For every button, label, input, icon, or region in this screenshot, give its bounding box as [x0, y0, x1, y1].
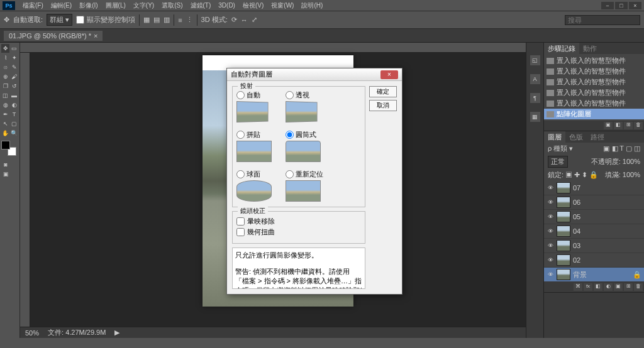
- proj-auto[interactable]: 自動: [236, 90, 277, 122]
- char-icon[interactable]: A: [530, 74, 540, 84]
- layer-row[interactable]: 👁05: [544, 210, 644, 224]
- history-row-selected[interactable]: 點陣化圖層: [544, 109, 644, 119]
- brush-tool[interactable]: 🖌: [10, 72, 18, 81]
- gradient-tool[interactable]: ▬: [10, 91, 18, 100]
- group-icon[interactable]: ▣: [614, 283, 623, 291]
- screenmode-tool[interactable]: ▣: [1, 170, 10, 178]
- new-layer-icon[interactable]: ⊞: [624, 283, 633, 291]
- history-row[interactable]: 置入嵌入的智慧型物件: [544, 66, 644, 77]
- shape-tool[interactable]: ▢: [10, 119, 18, 128]
- search-field[interactable]: [565, 15, 640, 25]
- dodge-tool[interactable]: ◐: [10, 101, 18, 109]
- mode3d-icon[interactable]: ⤢: [252, 16, 257, 24]
- menu-file[interactable]: 檔案(F): [19, 1, 47, 10]
- proj-collage[interactable]: 拼貼: [236, 130, 277, 162]
- mode3d-icon[interactable]: ↔: [241, 16, 248, 24]
- visibility-icon[interactable]: 👁: [547, 185, 554, 191]
- menu-image[interactable]: 影像(I): [75, 1, 101, 10]
- history-brush-tool[interactable]: ↺: [10, 82, 18, 90]
- menu-layer[interactable]: 圖層(L): [102, 1, 130, 10]
- panel-btn[interactable]: ◧: [614, 122, 623, 129]
- status-arrow-icon[interactable]: ▶: [114, 329, 119, 337]
- distribute-icon[interactable]: ≡: [178, 16, 182, 24]
- align-icon[interactable]: ▥: [164, 16, 170, 24]
- eraser-tool[interactable]: ◫: [1, 91, 9, 100]
- fill-value[interactable]: 100%: [623, 171, 640, 178]
- tab-history[interactable]: 步驟記錄: [544, 43, 579, 54]
- visibility-icon[interactable]: 👁: [547, 199, 554, 205]
- history-row[interactable]: 置入嵌入的智慧型物件: [544, 55, 644, 66]
- layer-row[interactable]: 👁06: [544, 195, 644, 210]
- layer-row[interactable]: 👁04: [544, 224, 644, 239]
- close-button[interactable]: ×: [629, 2, 641, 9]
- show-transform-check[interactable]: 顯示變形控制項: [76, 15, 135, 24]
- ruler-horizontal[interactable]: [20, 43, 526, 53]
- close-icon[interactable]: ×: [380, 70, 398, 79]
- fx-icon[interactable]: fx: [584, 283, 592, 291]
- visibility-icon[interactable]: 👁: [547, 214, 554, 220]
- trash-icon[interactable]: 🗑: [634, 283, 643, 291]
- link-icon[interactable]: ⌘: [574, 283, 582, 291]
- blend-mode[interactable]: 正常: [548, 156, 568, 168]
- proj-reposition[interactable]: 重新定位: [286, 170, 326, 202]
- filter-icons[interactable]: ▣ ◧ T ▢ ◫: [603, 144, 640, 153]
- color-swatches[interactable]: [1, 141, 16, 156]
- quickmask-tool[interactable]: ◙: [1, 160, 10, 169]
- vignette-check[interactable]: 暈映移除: [236, 217, 361, 226]
- visibility-icon[interactable]: 👁: [547, 228, 554, 234]
- opacity-value[interactable]: 100%: [623, 158, 640, 165]
- close-icon[interactable]: ×: [94, 32, 97, 40]
- proj-cylindrical[interactable]: 圓筒式: [286, 130, 326, 162]
- visibility-icon[interactable]: 👁: [547, 271, 554, 278]
- zoom-tool[interactable]: 🔍: [10, 129, 18, 138]
- visibility-icon[interactable]: 👁: [547, 257, 554, 263]
- wand-tool[interactable]: ✦: [10, 53, 18, 62]
- new-icon[interactable]: ⊞: [624, 122, 633, 129]
- maximize-button[interactable]: □: [615, 2, 628, 9]
- menu-edit[interactable]: 編輯(E): [47, 1, 75, 10]
- trash-icon[interactable]: 🗑: [634, 122, 643, 129]
- eyedropper-tool[interactable]: ✎: [10, 63, 18, 72]
- adj-icon[interactable]: ◐: [604, 283, 613, 291]
- layer-row-background[interactable]: 👁背景🔒: [544, 268, 644, 282]
- doc-size[interactable]: 文件: 4.27M/29.9M: [48, 328, 106, 337]
- mode3d-icon[interactable]: ⟳: [231, 16, 237, 24]
- heal-tool[interactable]: ⊕: [1, 72, 9, 81]
- align-icon[interactable]: ▤: [153, 16, 160, 24]
- visibility-icon[interactable]: 👁: [547, 242, 554, 249]
- geodist-check[interactable]: 幾何扭曲: [236, 227, 361, 237]
- history-row[interactable]: 置入嵌入的智慧型物件: [544, 98, 644, 109]
- autoselect-combo[interactable]: 群組 ▾: [47, 14, 72, 26]
- layer-row[interactable]: 👁07: [544, 181, 644, 195]
- layer-row[interactable]: 👁02: [544, 253, 644, 268]
- dialog-titlebar[interactable]: 自動對齊圖層 ×: [227, 68, 402, 81]
- tab-paths[interactable]: 路徑: [587, 131, 608, 143]
- crop-tool[interactable]: ⟃: [1, 63, 9, 72]
- pen-tool[interactable]: ✒: [1, 110, 9, 119]
- align-icon[interactable]: ▦: [143, 16, 150, 24]
- marquee-tool[interactable]: ▭: [10, 44, 18, 53]
- tab-actions[interactable]: 動作: [579, 43, 601, 54]
- tab-layers[interactable]: 圖層: [544, 131, 565, 143]
- para-icon[interactable]: ¶: [530, 93, 540, 103]
- path-tool[interactable]: ↖: [1, 119, 9, 128]
- zoom-value[interactable]: 50%: [25, 329, 39, 337]
- menu-3d[interactable]: 3D(D): [214, 2, 239, 9]
- document-tab[interactable]: 01.JPG @ 50% (RGB/8*) * ×: [4, 31, 103, 41]
- menu-type[interactable]: 文字(Y): [130, 1, 158, 10]
- type-tool[interactable]: T: [10, 110, 18, 119]
- history-icon[interactable]: ◱: [530, 55, 540, 65]
- lasso-tool[interactable]: ⌇: [1, 53, 9, 62]
- menu-select[interactable]: 選取(S): [158, 1, 186, 10]
- menu-help[interactable]: 說明(H): [297, 1, 326, 10]
- history-row[interactable]: 置入嵌入的智慧型物件: [544, 77, 644, 87]
- ok-button[interactable]: 確定: [369, 86, 397, 97]
- distribute-icon[interactable]: ⋮: [186, 16, 193, 24]
- menu-window[interactable]: 視窗(W): [267, 1, 297, 10]
- history-row[interactable]: 置入嵌入的智慧型物件: [544, 87, 644, 98]
- swatch-icon[interactable]: ▦: [530, 112, 540, 122]
- proj-perspective[interactable]: 透視: [286, 90, 326, 122]
- ruler-vertical[interactable]: [20, 53, 30, 327]
- menu-filter[interactable]: 濾鏡(T): [187, 1, 215, 10]
- stamp-tool[interactable]: ❐: [1, 82, 9, 90]
